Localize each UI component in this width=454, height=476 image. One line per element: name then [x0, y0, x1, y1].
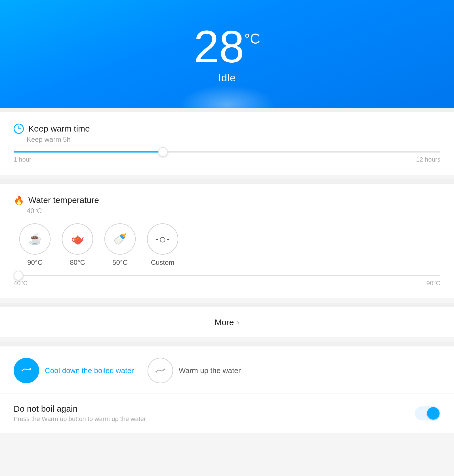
keep-warm-subtitle: Keep warm 5h	[27, 136, 440, 143]
water-temp-labels: 40°C 90°C	[14, 280, 440, 287]
more-label: More	[215, 318, 234, 327]
temp-btn-90[interactable]: ☕ 90°C	[19, 223, 51, 266]
divider-3	[0, 303, 454, 307]
temperature-value: 28	[194, 24, 244, 69]
teapot-icon: 🫖	[71, 233, 84, 245]
keep-warm-section: Keep warm time Keep warm 5h 1 hour 12 ho…	[0, 112, 454, 175]
warm-up-icon	[154, 364, 167, 377]
temp-btn-50[interactable]: 🍼 50°C	[104, 223, 136, 266]
keep-warm-thumb[interactable]	[158, 147, 168, 157]
cup-icon: ☕	[28, 233, 42, 245]
keep-warm-fill	[14, 151, 163, 153]
cool-down-icon	[20, 364, 33, 377]
toggle-knob	[427, 407, 440, 420]
water-temp-subtitle: 40°C	[27, 207, 440, 215]
temp-btn-50-circle: 🍼	[104, 223, 136, 255]
temp-btn-custom-label: Custom	[151, 259, 175, 266]
warm-up-button[interactable]: Warm up the water	[148, 358, 241, 383]
keep-warm-max: 12 hours	[416, 156, 440, 163]
svg-point-2	[155, 371, 157, 373]
bottle-icon: 🍼	[114, 233, 127, 245]
svg-point-1	[30, 368, 31, 370]
temp-btn-custom-circle: -○-	[147, 223, 178, 255]
divider-4	[0, 342, 454, 346]
water-temp-section: 🔥 Water temperature 40°C ☕ 90°C 🫖 80°C 🍼…	[0, 184, 454, 298]
custom-icon: -○-	[154, 234, 171, 244]
divider-2	[0, 179, 454, 184]
temp-btn-80-label: 80°C	[70, 259, 85, 266]
hero-section: 28 °C Idle	[0, 0, 454, 108]
temp-btn-80-circle: 🫖	[62, 223, 93, 255]
temp-buttons-group: ☕ 90°C 🫖 80°C 🍼 50°C -○- Custom	[14, 223, 440, 266]
keep-warm-header: Keep warm time	[14, 124, 440, 134]
toggle-section: Do not boil again Press the Warm up butt…	[0, 394, 454, 433]
toggle-info: Do not boil again Press the Warm up butt…	[14, 404, 146, 423]
warm-up-label: Warm up the water	[179, 366, 241, 375]
actions-section: Cool down the boiled water Warm up the w…	[0, 346, 454, 394]
temperature-unit: °C	[244, 32, 260, 46]
divider-1	[0, 108, 454, 112]
water-temp-track	[14, 275, 440, 276]
water-temp-max: 90°C	[426, 280, 440, 287]
water-temp-header: 🔥 Water temperature	[14, 195, 440, 205]
water-temp-title: Water temperature	[28, 195, 99, 205]
keep-warm-min: 1 hour	[14, 156, 31, 163]
toggle-title: Do not boil again	[14, 404, 146, 414]
warm-up-icon-circle	[148, 358, 173, 383]
temperature-display: 28 °C	[194, 24, 260, 69]
keep-warm-labels: 1 hour 12 hours	[14, 156, 440, 163]
temp-btn-90-label: 90°C	[27, 259, 43, 266]
water-temp-slider[interactable]	[14, 275, 440, 276]
more-arrow-icon: ›	[237, 318, 239, 327]
temp-btn-80[interactable]: 🫖 80°C	[62, 223, 93, 266]
status-label: Idle	[218, 72, 236, 84]
clock-icon	[14, 124, 24, 134]
toggle-subtitle: Press the Warm up button to warm up the …	[14, 415, 146, 423]
keep-warm-title: Keep warm time	[28, 124, 90, 134]
cool-down-icon-circle	[14, 358, 39, 383]
temp-btn-custom[interactable]: -○- Custom	[147, 223, 178, 266]
flame-icon: 🔥	[14, 195, 24, 205]
water-temp-min: 40°C	[14, 280, 28, 287]
svg-point-0	[22, 370, 23, 371]
keep-warm-track	[14, 151, 440, 153]
svg-point-3	[163, 369, 165, 370]
cool-down-button[interactable]: Cool down the boiled water	[14, 358, 134, 383]
more-row[interactable]: More ›	[0, 307, 454, 337]
temp-btn-50-label: 50°C	[112, 259, 128, 266]
keep-warm-slider[interactable]	[14, 151, 440, 153]
water-temp-thumb[interactable]	[14, 271, 23, 280]
temp-btn-90-circle: ☕	[19, 223, 51, 255]
do-not-boil-toggle[interactable]	[415, 406, 440, 420]
cool-down-label: Cool down the boiled water	[45, 366, 134, 375]
